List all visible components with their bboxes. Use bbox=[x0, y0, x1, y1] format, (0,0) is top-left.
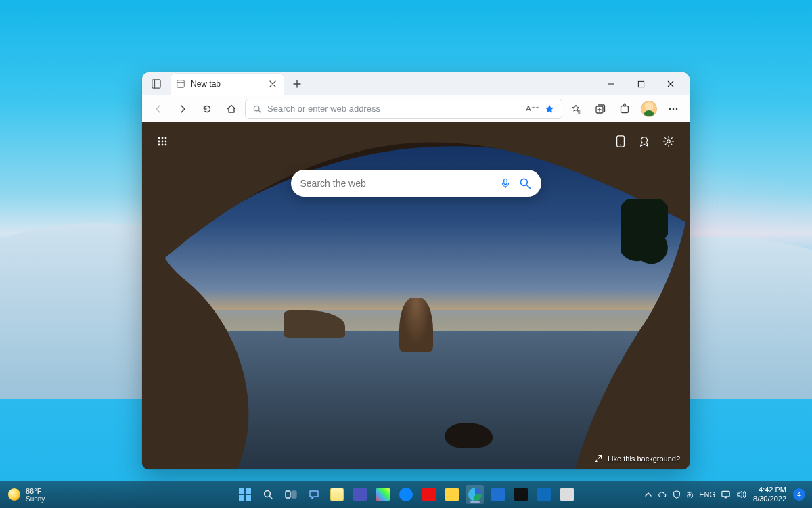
windows-logo-icon bbox=[239, 488, 251, 501]
search-icon bbox=[252, 104, 262, 114]
more-button[interactable] bbox=[662, 98, 684, 120]
svg-rect-5 bbox=[638, 81, 644, 87]
expand-icon bbox=[594, 455, 602, 463]
home-button[interactable] bbox=[221, 98, 242, 120]
svg-point-22 bbox=[165, 144, 167, 146]
network-icon[interactable] bbox=[721, 490, 731, 499]
task-view-button[interactable] bbox=[281, 485, 300, 504]
collections-button[interactable] bbox=[589, 98, 611, 120]
text-size-icon[interactable]: A⁺⁺ bbox=[526, 104, 540, 113]
more-icon bbox=[668, 103, 679, 114]
search-icon bbox=[518, 177, 532, 190]
vertical-tabs-button[interactable] bbox=[146, 74, 166, 93]
taskbar-search-button[interactable] bbox=[258, 485, 277, 504]
new-tab-button[interactable] bbox=[287, 74, 307, 93]
system-tray[interactable]: あ ENG bbox=[645, 490, 746, 499]
collections-icon bbox=[595, 103, 606, 114]
voice-search-button[interactable] bbox=[499, 177, 512, 189]
extensions-button[interactable] bbox=[614, 98, 635, 120]
minimize-button[interactable] bbox=[596, 72, 626, 95]
clock-time: 4:42 PM bbox=[753, 486, 786, 494]
maximize-button[interactable] bbox=[626, 72, 656, 95]
svg-rect-27 bbox=[503, 179, 507, 184]
onedrive-icon[interactable] bbox=[657, 490, 667, 499]
address-bar[interactable]: A⁺⁺ bbox=[245, 99, 562, 119]
like-background[interactable]: Like this background? bbox=[594, 455, 680, 463]
ntp-search-input[interactable] bbox=[300, 178, 493, 189]
tab-active[interactable]: New tab bbox=[171, 74, 284, 94]
close-icon bbox=[667, 80, 675, 88]
favorite-button[interactable] bbox=[544, 103, 555, 114]
paint-icon bbox=[376, 488, 390, 501]
chevron-up-icon[interactable] bbox=[645, 491, 652, 498]
teams-button[interactable] bbox=[351, 485, 369, 504]
maximize-icon bbox=[637, 80, 645, 88]
forward-button[interactable] bbox=[172, 98, 194, 120]
photos-button[interactable] bbox=[558, 485, 577, 504]
volume-icon[interactable] bbox=[736, 490, 746, 499]
task-view-icon bbox=[285, 490, 297, 499]
favorites-list-button[interactable] bbox=[565, 98, 587, 120]
microphone-icon bbox=[499, 177, 512, 189]
svg-point-15 bbox=[162, 137, 164, 139]
ime-indicator[interactable]: あ bbox=[687, 490, 694, 499]
solitaire-button[interactable] bbox=[420, 485, 438, 504]
page-settings-button[interactable] bbox=[662, 135, 675, 147]
extensions-icon bbox=[619, 103, 630, 114]
star-filled-icon bbox=[544, 103, 555, 114]
tab-close-button[interactable] bbox=[267, 78, 279, 90]
back-button[interactable] bbox=[148, 98, 169, 120]
svg-line-7 bbox=[258, 110, 261, 112]
mobile-button[interactable] bbox=[615, 135, 626, 147]
ntp-search-button[interactable] bbox=[518, 177, 532, 190]
refresh-button[interactable] bbox=[196, 98, 218, 120]
taskbar-clock[interactable]: 4:42 PM 8/30/2022 bbox=[753, 486, 786, 503]
language-indicator[interactable]: ENG bbox=[699, 490, 715, 499]
taskbar-right: あ ENG 4:42 PM 8/30/2022 4 bbox=[645, 486, 812, 503]
minimize-icon bbox=[607, 80, 615, 88]
close-window-button[interactable] bbox=[656, 72, 685, 95]
svg-rect-34 bbox=[722, 491, 729, 497]
notif-count: 4 bbox=[797, 491, 801, 499]
edge-taskbar-button[interactable] bbox=[466, 485, 484, 504]
file-explorer-button[interactable] bbox=[328, 485, 346, 504]
svg-point-18 bbox=[162, 141, 164, 143]
start-button[interactable] bbox=[235, 485, 254, 504]
medal-icon bbox=[638, 135, 650, 147]
svg-line-31 bbox=[270, 497, 273, 499]
rewards-button[interactable] bbox=[638, 135, 650, 147]
address-input[interactable] bbox=[267, 103, 520, 114]
svg-point-12 bbox=[673, 108, 675, 110]
svg-point-26 bbox=[667, 140, 671, 143]
apps-launcher-button[interactable] bbox=[157, 136, 168, 147]
weather-desc: Sunny bbox=[26, 495, 45, 503]
apps-grid-icon bbox=[157, 136, 168, 147]
paint-button[interactable] bbox=[374, 485, 392, 504]
profile-button[interactable] bbox=[638, 98, 660, 120]
defender-icon[interactable] bbox=[672, 490, 681, 499]
svg-point-19 bbox=[165, 141, 167, 143]
chat-button[interactable] bbox=[304, 485, 323, 504]
svg-line-29 bbox=[526, 185, 530, 189]
svg-point-17 bbox=[158, 141, 160, 143]
notifications-button[interactable]: 4 bbox=[793, 488, 805, 501]
sun-icon bbox=[8, 488, 20, 501]
terminal-button[interactable] bbox=[512, 485, 531, 504]
camera-button[interactable] bbox=[443, 485, 461, 504]
svg-rect-9 bbox=[621, 106, 629, 112]
outlook-button[interactable] bbox=[535, 485, 554, 504]
svg-point-24 bbox=[620, 145, 621, 146]
chat-icon bbox=[309, 489, 319, 500]
ntp-search-box[interactable] bbox=[291, 170, 541, 197]
taskbar[interactable]: 86°F Sunny あ bbox=[0, 481, 812, 508]
svg-rect-32 bbox=[286, 491, 290, 498]
store-button[interactable] bbox=[489, 485, 508, 504]
desktop: New tab A⁺⁺ bbox=[0, 0, 812, 508]
store-icon bbox=[491, 488, 505, 501]
titlebar[interactable]: New tab bbox=[142, 72, 690, 95]
teams-icon bbox=[353, 488, 367, 501]
people-button[interactable] bbox=[397, 485, 415, 504]
taskbar-weather[interactable]: 86°F Sunny bbox=[0, 487, 45, 503]
svg-point-28 bbox=[520, 179, 527, 185]
camera-icon bbox=[445, 488, 459, 501]
